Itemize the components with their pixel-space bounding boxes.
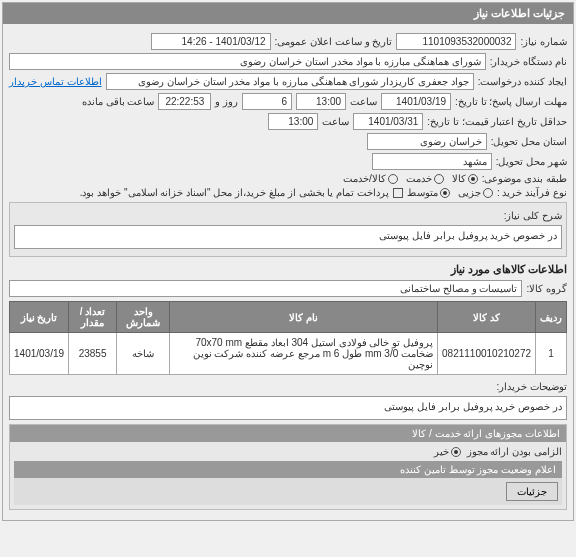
radio-dot-icon: [388, 174, 398, 184]
goods-section-title: اطلاعات کالاهای مورد نیاز: [9, 263, 567, 276]
row-process: نوع فرآیند خرید : جزیی متوسط پرداخت تمام…: [9, 187, 567, 198]
radio-no[interactable]: خیر: [434, 446, 461, 457]
process-radio-group: جزیی متوسط: [407, 187, 493, 198]
deadline-time: 13:00: [296, 93, 346, 110]
general-desc-text: در خصوص خرید پروفیل برابر فایل پیوستی: [14, 225, 562, 249]
th-date: تاریخ نیاز: [10, 302, 69, 333]
time-label-2: ساعت: [322, 116, 349, 127]
deadline-date: 1401/03/19: [381, 93, 451, 110]
validity-date: 1401/03/31: [353, 113, 423, 130]
radio-goods[interactable]: کالا: [452, 173, 478, 184]
td-date: 1401/03/19: [10, 333, 69, 375]
goods-group-label: گروه کالا:: [526, 283, 567, 294]
radio-dot-icon: [434, 174, 444, 184]
radio-no-label: خیر: [434, 446, 449, 457]
radio-low[interactable]: جزیی: [458, 187, 493, 198]
requester-label: ایجاد کننده درخواست:: [478, 76, 567, 87]
validity-label: حداقل تاریخ اعتبار قیمت؛ تا تاریخ:: [427, 116, 567, 127]
td-unit: شاخه: [117, 333, 170, 375]
row-buyer-desc: توضیحات خریدار: در خصوص خرید پروفیل براب…: [9, 381, 567, 420]
td-row: 1: [536, 333, 567, 375]
buyer-org-value: شورای هماهنگی مبارزه با مواد مخدر استان …: [9, 53, 486, 70]
row-province: استان محل تحویل: خراسان رضوی: [9, 133, 567, 150]
details-button[interactable]: جزئیات: [506, 482, 558, 501]
row-goods-group: گروه کالا: تاسیسات و مصالح ساختمانی: [9, 280, 567, 297]
radio-goods-service[interactable]: کالا/خدمت: [343, 173, 398, 184]
process-label: نوع فرآیند خرید :: [497, 187, 567, 198]
th-qty: تعداد / مقدار: [69, 302, 117, 333]
radio-mid-label: متوسط: [407, 187, 438, 198]
city-label: شهر محل تحویل:: [496, 156, 567, 167]
panel-body: شماره نیاز: 1101093532000032 تاریخ و ساع…: [3, 24, 573, 520]
need-number-label: شماره نیاز:: [520, 36, 567, 47]
time-label-1: ساعت: [350, 96, 377, 107]
radio-low-label: جزیی: [458, 187, 481, 198]
need-number-value: 1101093532000032: [396, 33, 516, 50]
mandatory-label: الزامی بودن ارائه مجوز: [467, 446, 562, 457]
radio-service[interactable]: خدمت: [406, 173, 444, 184]
deadline-label: مهلت ارسال پاسخ؛ تا تاریخ:: [455, 96, 567, 107]
status-header: اعلام وضعیت مجوز توسط تامین کننده: [14, 461, 562, 478]
radio-dot-icon: [440, 188, 450, 198]
licenses-panel: اطلاعات مجوزهای ارائه خدمت / کالا الزامی…: [9, 424, 567, 510]
radio-dot-icon: [451, 447, 461, 457]
buyer-org-label: نام دستگاه خریدار:: [490, 56, 567, 67]
td-qty: 23855: [69, 333, 117, 375]
row-mandatory: الزامی بودن ارائه مجوز خیر: [14, 446, 562, 457]
radio-dot-icon: [483, 188, 493, 198]
contact-link[interactable]: اطلاعات تماس خریدار: [9, 76, 102, 87]
licenses-body: الزامی بودن ارائه مجوز خیر اعلام وضعیت م…: [10, 442, 566, 509]
remaining-label: ساعت باقی مانده: [82, 96, 155, 107]
radio-goods-service-label: کالا/خدمت: [343, 173, 386, 184]
th-row: ردیف: [536, 302, 567, 333]
remaining-days: 6: [242, 93, 292, 110]
row-city: شهر محل تحویل: مشهد: [9, 153, 567, 170]
announce-label: تاریخ و ساعت اعلان عمومی:: [275, 36, 393, 47]
td-code: 0821110010210272: [438, 333, 536, 375]
row-requester: ایجاد کننده درخواست: جواد جعفری کاریزدار…: [9, 73, 567, 90]
row-category: طبقه بندی موضوعی: کالا خدمت کالا/خدمت: [9, 173, 567, 184]
row-general-desc: شرح کلی نیاز: در خصوص خرید پروفیل برابر …: [10, 206, 566, 253]
radio-dot-icon: [468, 174, 478, 184]
radio-service-label: خدمت: [406, 173, 432, 184]
th-code: کد کالا: [438, 302, 536, 333]
category-label: طبقه بندی موضوعی:: [482, 173, 567, 184]
th-name: نام کالا: [170, 302, 438, 333]
general-desc-label: شرح کلی نیاز:: [504, 210, 562, 221]
row-validity: حداقل تاریخ اعتبار قیمت؛ تا تاریخ: 1401/…: [9, 113, 567, 130]
td-name: پروفیل تو خالی فولادی استیل 304 ابعاد مق…: [170, 333, 438, 375]
table-row: 1 0821110010210272 پروفیل تو خالی فولادی…: [10, 333, 567, 375]
radio-goods-label: کالا: [452, 173, 466, 184]
row-deadline: مهلت ارسال پاسخ؛ تا تاریخ: 1401/03/19 سا…: [9, 93, 567, 110]
remaining-timer: 22:22:53: [158, 93, 211, 110]
validity-time: 13:00: [268, 113, 318, 130]
goods-table: ردیف کد کالا نام کالا واحد شمارش تعداد /…: [9, 301, 567, 375]
panel-title: جزئیات اطلاعات نیاز: [3, 3, 573, 24]
th-unit: واحد شمارش: [117, 302, 170, 333]
payment-note: پرداخت تمام یا بخشی از مبلغ خرید،از محل …: [80, 187, 389, 198]
payment-checkbox[interactable]: [393, 188, 403, 198]
province-value: خراسان رضوی: [367, 133, 487, 150]
city-value: مشهد: [372, 153, 492, 170]
province-label: استان محل تحویل:: [491, 136, 567, 147]
table-header-row: ردیف کد کالا نام کالا واحد شمارش تعداد /…: [10, 302, 567, 333]
buyer-desc-text: در خصوص خرید پروفیل برابر فایل پیوستی: [9, 396, 567, 420]
footer-buttons: جزئیات: [14, 478, 562, 505]
requester-value: جواد جعفری کاریزدار شورای هماهنگی مبارزه…: [106, 73, 474, 90]
radio-mid[interactable]: متوسط: [407, 187, 450, 198]
goods-group-value: تاسیسات و مصالح ساختمانی: [9, 280, 522, 297]
desc-panel: شرح کلی نیاز: در خصوص خرید پروفیل برابر …: [9, 202, 567, 257]
days-label: روز و: [215, 96, 238, 107]
row-buyer-org: نام دستگاه خریدار: شورای هماهنگی مبارزه …: [9, 53, 567, 70]
announce-value: 1401/03/12 - 14:26: [151, 33, 271, 50]
main-panel: جزئیات اطلاعات نیاز شماره نیاز: 11010935…: [2, 2, 574, 521]
buyer-desc-label: توضیحات خریدار:: [496, 381, 567, 392]
licenses-header: اطلاعات مجوزهای ارائه خدمت / کالا: [10, 425, 566, 442]
row-need-number: شماره نیاز: 1101093532000032 تاریخ و ساع…: [9, 33, 567, 50]
category-radio-group: کالا خدمت کالا/خدمت: [343, 173, 478, 184]
